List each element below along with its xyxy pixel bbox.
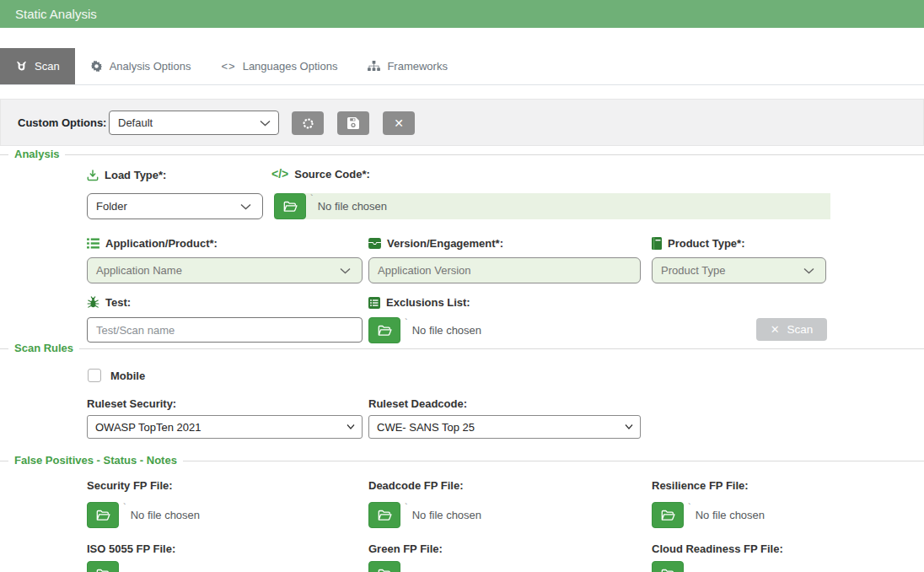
sitemap-icon [368,61,380,72]
exclusions-file-input[interactable]: ` No file chosen [368,317,481,343]
custom-options-bar: Custom Options: Default ✕ [0,99,924,146]
folder-open-icon[interactable] [274,193,306,219]
scan-rules-section: Scan Rules Mobile Ruleset Security: OWAS… [0,348,924,461]
test-label: Test: [87,296,131,309]
custom-options-value: Default [118,116,153,129]
clear-options-button[interactable]: ✕ [383,111,415,135]
close-icon: ✕ [394,116,404,130]
page-title: Static Analysis [15,7,97,21]
product-type-select[interactable]: Product Type [652,257,826,283]
custom-options-select[interactable]: Default [109,111,279,135]
spinner-icon [302,117,314,130]
load-type-select[interactable]: Folder [87,193,263,219]
ruleset-security-value: OWASP TopTen 2021 [95,421,201,434]
mobile-checkbox-label: Mobile [110,370,145,382]
test-placeholder: Test/Scan name [96,324,175,337]
chevron-down-icon [340,267,351,274]
chevron-down-icon [240,203,251,210]
folder-open-icon[interactable] [368,502,400,528]
version-label: Version/Engagement*: [368,237,503,250]
close-icon: ✕ [771,323,780,336]
bug-icon [87,296,99,309]
folder-open-icon[interactable] [652,561,684,572]
application-label: Application/Product*: [87,237,218,250]
security-fp-label: Security FP File: [87,479,173,492]
list-alt-icon [368,297,380,309]
tab-analysis-options[interactable]: Analysis Options [75,48,207,84]
source-code-file-input[interactable]: ` No file chosen [274,193,830,219]
deadcode-fp-file-input[interactable]: ` No file chosen [368,502,481,528]
deadcode-fp-file-text: No file chosen [412,509,481,521]
load-type-value: Folder [96,200,127,213]
chevron-down-icon [346,424,355,430]
reload-options-button[interactable] [292,111,324,135]
analysis-section: Analysis Load Type*: Folder </> Source C… [0,154,924,348]
deadcode-fp-label: Deadcode FP File: [368,479,463,492]
resilience-fp-file-input[interactable]: ` No file chosen [652,502,765,528]
save-options-button[interactable] [337,111,369,135]
cloud-readiness-fp-label: Cloud Readiness FP File: [652,542,783,555]
save-icon [347,117,359,129]
exclusions-label: Exclusions List: [368,296,470,309]
scan-rules-legend: Scan Rules [8,342,79,354]
application-select[interactable]: Application Name [87,257,363,283]
tab-bar: Scan Analysis Options <> Languages Optio… [0,48,924,85]
folder-open-icon[interactable] [368,317,400,343]
exclusions-file-text: No file chosen [412,324,481,337]
tab-scan-label: Scan [35,60,60,73]
code-icon: </> [271,167,288,181]
book-icon [652,237,662,250]
iso5055-fp-label: ISO 5055 FP File: [87,542,175,555]
test-input[interactable]: Test/Scan name [87,317,363,343]
load-type-label: Load Type*: [87,169,166,181]
green-fp-file-input[interactable] [368,561,400,572]
ruleset-deadcode-value: CWE- SANS Top 25 [377,421,475,434]
folder-open-icon[interactable] [368,561,400,572]
box-icon [368,238,381,249]
security-fp-file-text: No file chosen [131,509,200,521]
resilience-fp-file-text: No file chosen [696,509,765,521]
tab-frameworks[interactable]: Frameworks [352,48,463,84]
tab-analysis-options-label: Analysis Options [110,60,191,73]
custom-options-label: Custom Options: [18,116,106,129]
chevron-down-icon [803,267,814,274]
analysis-legend: Analysis [8,148,65,160]
ruleset-deadcode-label: Ruleset Deadcode: [368,397,467,410]
bug-icon [15,60,28,73]
chevron-down-icon [625,424,633,430]
page-title-bar: Static Analysis [0,0,924,28]
list-icon [87,238,99,249]
ruleset-security-select[interactable]: OWASP TopTen 2021 [87,415,363,439]
version-placeholder: Application Version [378,264,471,277]
gear-icon [90,60,103,73]
green-fp-label: Green FP File: [368,542,443,555]
false-positives-legend: False Positives - Status - Notes [8,454,183,467]
ruleset-deadcode-select[interactable]: CWE- SANS Top 25 [368,415,641,439]
product-type-label: Product Type*: [652,237,745,250]
chevron-down-icon [260,120,271,127]
scan-button[interactable]: ✕ Scan [756,318,827,341]
version-input[interactable]: Application Version [368,257,641,283]
mobile-checkbox[interactable] [88,369,101,382]
folder-open-icon[interactable] [652,502,684,528]
tab-scan[interactable]: Scan [0,48,75,84]
download-icon [87,170,99,181]
folder-open-icon[interactable] [87,561,119,572]
tab-languages-options-label: Languages Options [243,60,338,73]
application-placeholder: Application Name [96,264,182,277]
tab-frameworks-label: Frameworks [387,60,448,73]
resilience-fp-label: Resilience FP File: [652,479,749,492]
security-fp-file-input[interactable]: ` No file chosen [87,502,200,528]
source-code-label: </> Source Code*: [271,167,370,181]
folder-open-icon[interactable] [87,502,119,528]
tab-languages-options[interactable]: <> Languages Options [206,48,352,84]
ruleset-security-label: Ruleset Security: [87,397,176,410]
source-code-file-text: No file chosen [318,200,387,213]
product-type-placeholder: Product Type [661,264,725,277]
cloud-readiness-fp-file-input[interactable] [652,561,684,572]
false-positives-section: False Positives - Status - Notes Securit… [0,461,924,572]
code-icon: <> [221,60,235,73]
iso5055-fp-file-input[interactable] [87,561,119,572]
